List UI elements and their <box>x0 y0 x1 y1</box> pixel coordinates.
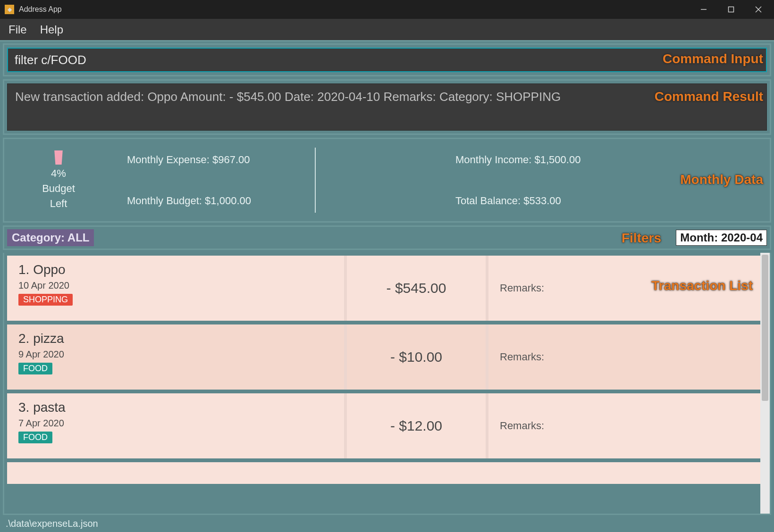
transaction-left: 1. Oppo10 Apr 2020SHOPPING <box>7 256 347 321</box>
transaction-left: 3. pasta7 Apr 2020FOOD <box>7 393 347 458</box>
filter-bar: Category: ALL Month: 2020-04 Filters <box>3 225 771 250</box>
command-input[interactable] <box>7 48 767 72</box>
monthly-budget: Monthly Budget: $1,000.00 <box>113 195 441 207</box>
command-result-text: New transaction added: Oppo Amount: - $5… <box>7 83 767 131</box>
transaction-category-tag: SHOPPING <box>18 294 73 306</box>
budget-cup-icon <box>53 150 64 165</box>
menu-help[interactable]: Help <box>40 23 63 36</box>
window-title: Address App <box>19 5 690 14</box>
transaction-title: 3. pasta <box>18 400 333 415</box>
budget-label-1: Budget <box>42 183 75 195</box>
transaction-date: 9 Apr 2020 <box>18 349 333 360</box>
transaction-row[interactable] <box>7 462 760 484</box>
menu-file[interactable]: File <box>8 23 27 36</box>
transaction-remarks: Remarks: <box>488 256 760 321</box>
app-window: ◆ Address App File Help Command Input Ne… <box>0 0 774 532</box>
transaction-amount: - $10.00 <box>347 324 488 390</box>
transaction-title: 2. pizza <box>18 331 333 346</box>
month-filter-pill[interactable]: Month: 2020-04 <box>676 230 767 246</box>
transaction-row[interactable]: 3. pasta7 Apr 2020FOOD- $12.00Remarks: <box>7 393 760 458</box>
transaction-amount: - $545.00 <box>347 256 488 321</box>
monthly-income: Monthly Income: $1,500.00 <box>441 154 770 166</box>
scrollbar-thumb[interactable] <box>762 255 768 401</box>
budget-percent: 4% <box>51 167 66 180</box>
transaction-row[interactable]: 1. Oppo10 Apr 2020SHOPPING- $545.00Remar… <box>7 256 760 321</box>
transaction-remarks: Remarks: <box>488 393 760 458</box>
statusbar: .\data\expenseLa.json <box>0 515 774 532</box>
monthly-data-panel: 4% Budget Left Monthly Expense: $967.00 … <box>3 138 771 223</box>
menubar: File Help <box>0 19 774 42</box>
total-balance: Total Balance: $533.00 <box>441 195 770 207</box>
command-input-panel: Command Input <box>3 43 771 76</box>
transaction-title: 1. Oppo <box>18 262 333 277</box>
budget-label-2: Left <box>50 198 67 210</box>
monthly-stats: Monthly Expense: $967.00 Monthly Income:… <box>113 139 770 221</box>
vertical-divider <box>315 148 316 213</box>
transaction-date: 7 Apr 2020 <box>18 418 333 429</box>
transaction-date: 10 Apr 2020 <box>18 280 333 291</box>
transaction-category-tag: FOOD <box>18 363 52 374</box>
minimize-button[interactable] <box>690 0 717 19</box>
budget-left-column: 4% Budget Left <box>4 139 113 221</box>
scrollbar[interactable] <box>760 253 770 514</box>
command-result-panel: New transaction added: Oppo Amount: - $5… <box>3 79 771 135</box>
transaction-left: 2. pizza9 Apr 2020FOOD <box>7 324 347 390</box>
transaction-list-panel: 1. Oppo10 Apr 2020SHOPPING- $545.00Remar… <box>3 253 771 515</box>
transaction-scroll-area[interactable]: 1. Oppo10 Apr 2020SHOPPING- $545.00Remar… <box>4 253 760 514</box>
transaction-remarks: Remarks: <box>488 324 760 390</box>
titlebar: ◆ Address App <box>0 0 774 19</box>
category-filter-pill[interactable]: Category: ALL <box>7 229 94 246</box>
main-content: Command Input New transaction added: Opp… <box>0 42 774 515</box>
monthly-expense: Monthly Expense: $967.00 <box>113 154 441 166</box>
annotation-filters: Filters <box>622 231 661 246</box>
maximize-button[interactable] <box>717 0 745 19</box>
app-icon: ◆ <box>5 5 14 14</box>
status-path: .\data\expenseLa.json <box>6 518 98 529</box>
transaction-amount: - $12.00 <box>347 393 488 458</box>
transaction-row[interactable]: 2. pizza9 Apr 2020FOOD- $10.00Remarks: <box>7 324 760 390</box>
svg-rect-1 <box>729 7 734 12</box>
close-button[interactable] <box>745 0 772 19</box>
transaction-category-tag: FOOD <box>18 432 52 443</box>
